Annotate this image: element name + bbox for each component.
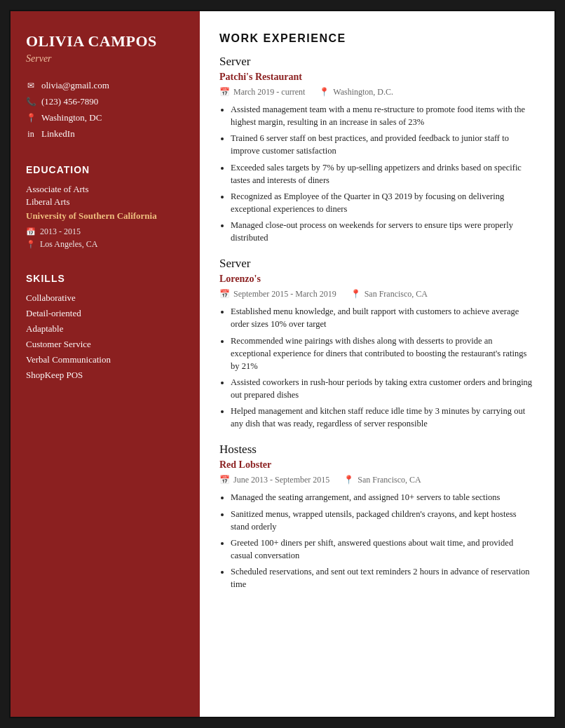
job-dates-1: 📅 March 2019 - current xyxy=(219,87,305,97)
skills-section: SKILLS Collaborative Detail-oriented Ada… xyxy=(26,273,184,385)
skill-5: Verbal Communication xyxy=(26,354,184,365)
calendar-icon-1: 📅 xyxy=(219,87,230,97)
job-block-1: Server Patchi's Restaurant 📅 March 2019 … xyxy=(219,55,535,244)
bullet-2-3: Assisted coworkers in rush-hour periods … xyxy=(231,376,535,401)
location-icon-1: 📍 xyxy=(319,87,329,97)
job-meta-2: 📅 September 2015 - March 2019 📍 San Fran… xyxy=(219,289,535,299)
skill-6: ShopKeep POS xyxy=(26,370,184,381)
contact-location: 📍 Washington, DC xyxy=(26,112,184,123)
employer-1: Patchi's Restaurant xyxy=(219,72,535,83)
pin-icon: 📍 xyxy=(26,240,36,249)
bullet-3-2: Sanitized menus, wrapped utensils, packa… xyxy=(231,508,535,533)
location-icon: 📍 xyxy=(26,113,36,123)
bullet-3-4: Scheduled reservations, and sent out tex… xyxy=(231,565,535,591)
employer-3: Red Lobster xyxy=(219,459,535,471)
phone-icon: 📞 xyxy=(26,97,36,107)
calendar-icon-2: 📅 xyxy=(219,289,230,299)
bullet-2-1: Established menu knowledge, and built ra… xyxy=(231,305,535,330)
employer-2: Lorenzo's xyxy=(219,274,535,285)
skill-4: Customer Service xyxy=(26,339,184,350)
job-title-2: Server xyxy=(219,257,535,271)
education-section: EDUCATION Associate of Arts Liberal Arts… xyxy=(26,164,184,252)
job-meta-3: 📅 June 2013 - September 2015 📍 San Franc… xyxy=(219,475,535,485)
linkedin-icon: in xyxy=(26,129,36,140)
bullet-1-4: Recognized as Employee of the Quarter in… xyxy=(231,190,535,215)
bullet-1-2: Trained 6 server staff on best practices… xyxy=(231,132,535,157)
location-icon-3: 📍 xyxy=(343,475,354,485)
job-title-1: Server xyxy=(219,55,535,69)
bullet-3-1: Managed the seating arrangement, and ass… xyxy=(231,491,535,504)
resume-container: OLIVIA CAMPOS Server ✉ olivia@gmail.com … xyxy=(9,10,556,718)
job-title-3: Hostess xyxy=(219,443,535,457)
contact-phone: 📞 (123) 456-7890 xyxy=(26,96,184,107)
job-location-2: 📍 San Francisco, CA xyxy=(350,289,428,299)
calendar-icon-3: 📅 xyxy=(219,475,230,485)
contact-linkedin[interactable]: in LinkedIn xyxy=(26,128,184,140)
email-icon: ✉ xyxy=(26,81,36,91)
skill-3: Adaptable xyxy=(26,323,184,335)
calendar-icon: 📅 xyxy=(26,227,36,236)
job-dates-2: 📅 September 2015 - March 2019 xyxy=(219,289,336,299)
edu-degree: Associate of Arts xyxy=(26,184,184,195)
edu-city: 📍 Los Angeles, CA xyxy=(26,239,184,250)
candidate-title: Server xyxy=(26,53,184,65)
job-location-1: 📍 Washington, D.C. xyxy=(319,87,393,97)
bullet-1-1: Assisted management team with a menu re-… xyxy=(231,103,535,128)
job-block-3: Hostess Red Lobster 📅 June 2013 - Septem… xyxy=(219,443,535,591)
education-heading: EDUCATION xyxy=(26,164,184,175)
skill-1: Collaborative xyxy=(26,292,184,304)
bullet-2-2: Recommended wine pairings with dishes al… xyxy=(231,335,535,372)
skill-2: Detail-oriented xyxy=(26,308,184,319)
edu-field: Liberal Arts xyxy=(26,196,184,208)
job-meta-1: 📅 March 2019 - current 📍 Washington, D.C… xyxy=(219,87,535,97)
job-dates-3: 📅 June 2013 - September 2015 xyxy=(219,475,329,485)
bullet-2-4: Helped management and kitchen staff redu… xyxy=(231,405,535,430)
job-location-3: 📍 San Francisco, CA xyxy=(343,475,421,485)
job-bullets-2: Established menu knowledge, and built ra… xyxy=(219,305,535,430)
job-bullets-3: Managed the seating arrangement, and ass… xyxy=(219,491,535,591)
bullet-1-3: Exceeded sales targets by 7% by up-selli… xyxy=(231,161,535,187)
main-content: WORK EXPERIENCE Server Patchi's Restaura… xyxy=(200,11,554,717)
candidate-name: OLIVIA CAMPOS xyxy=(26,32,184,50)
skills-heading: SKILLS xyxy=(26,273,184,284)
bullet-1-5: Managed close-out process on weekends fo… xyxy=(231,219,535,244)
job-bullets-1: Assisted management team with a menu re-… xyxy=(219,103,535,244)
sidebar: OLIVIA CAMPOS Server ✉ olivia@gmail.com … xyxy=(11,11,200,717)
location-icon-2: 📍 xyxy=(350,289,361,299)
edu-years: 📅 2013 - 2015 xyxy=(26,227,184,237)
work-experience-heading: WORK EXPERIENCE xyxy=(219,32,535,45)
contact-section: ✉ olivia@gmail.com 📞 (123) 456-7890 📍 Wa… xyxy=(26,80,184,144)
bullet-3-3: Greeted 100+ diners per shift, answered … xyxy=(231,537,535,562)
job-block-2: Server Lorenzo's 📅 September 2015 - Marc… xyxy=(219,257,535,430)
contact-email: ✉ olivia@gmail.com xyxy=(26,80,184,91)
edu-school: University of Southern California xyxy=(26,210,184,222)
